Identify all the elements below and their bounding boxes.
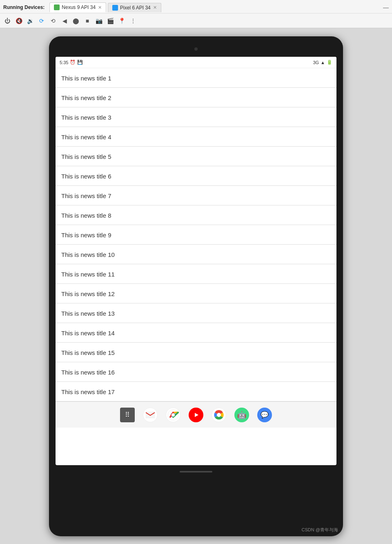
home-icon[interactable]: ⬤ xyxy=(72,17,80,25)
news-list-item[interactable]: This is news title 12 xyxy=(56,284,336,303)
news-list-item[interactable]: This is news title 1 xyxy=(56,68,336,88)
news-list-item[interactable]: This is news title 15 xyxy=(56,343,336,362)
status-icon-alarm: ⏰ xyxy=(70,60,76,65)
news-list-item[interactable]: This is news title 13 xyxy=(56,303,336,323)
news-title: This is news title 15 xyxy=(61,349,331,356)
news-list-item[interactable]: This is news title 11 xyxy=(56,264,336,284)
news-title: This is news title 11 xyxy=(61,271,331,278)
csdn-watermark: CSDN @青年与海 xyxy=(302,527,338,533)
news-list-item[interactable]: This is news title 14 xyxy=(56,323,336,343)
news-title: This is news title 13 xyxy=(61,310,331,317)
rotate-landscape-icon[interactable]: ⟲ xyxy=(49,17,57,25)
news-list-item[interactable]: This is news title 3 xyxy=(56,107,336,127)
home-indicator xyxy=(180,471,212,473)
chat-icon[interactable]: 💬 xyxy=(257,408,272,422)
pixel6-close[interactable]: ✕ xyxy=(153,5,157,10)
news-title: This is news title 10 xyxy=(61,251,331,258)
tablet-frame: 5:35 ⏰ 💾 3G ▲ 🔋 This is news title 1This… xyxy=(49,36,343,536)
nexus9-label: Nexus 9 API 34 xyxy=(62,4,96,10)
status-network: 3G xyxy=(313,60,319,65)
back-icon[interactable]: ◀ xyxy=(60,17,69,25)
news-title: This is news title 4 xyxy=(61,134,331,140)
tablet-top-bar xyxy=(56,43,336,55)
tab-nexus9[interactable]: Nexus 9 API 34 ✕ xyxy=(49,2,106,12)
news-title: This is news title 12 xyxy=(61,290,331,297)
status-time: 5:35 xyxy=(60,60,68,65)
signal-icon: ▲ xyxy=(321,60,325,65)
record-icon[interactable]: 🎬 xyxy=(106,17,114,25)
running-devices-label: Running Devices: xyxy=(3,4,45,10)
android-icon[interactable]: 🤖 xyxy=(234,408,249,422)
tablet-camera xyxy=(194,47,198,51)
pixel6-label: Pixel 6 API 34 xyxy=(120,5,151,11)
tablet-bottom-bar xyxy=(56,467,336,477)
news-list-item[interactable]: This is news title 4 xyxy=(56,127,336,147)
news-title: This is news title 9 xyxy=(61,232,331,239)
window-controls[interactable]: ― xyxy=(383,4,389,11)
news-list-item[interactable]: This is news title 16 xyxy=(56,362,336,382)
battery-icon: 🔋 xyxy=(327,60,332,65)
tablet-wrapper: 5:35 ⏰ 💾 3G ▲ 🔋 This is news title 1This… xyxy=(0,28,392,544)
svg-point-5 xyxy=(217,413,221,417)
studio-tab-bar: Running Devices: Nexus 9 API 34 ✕ Pixel … xyxy=(0,0,392,13)
tab-pixel6[interactable]: Pixel 6 API 34 ✕ xyxy=(108,3,161,12)
news-list-item[interactable]: This is news title 6 xyxy=(56,166,336,186)
nexus9-icon xyxy=(54,4,60,10)
news-title: This is news title 17 xyxy=(61,388,331,395)
news-list-item[interactable]: This is news title 10 xyxy=(56,245,336,264)
chrome-icon[interactable] xyxy=(166,408,180,422)
app-grid-button[interactable]: ⠿ xyxy=(120,408,135,422)
news-title: This is news title 2 xyxy=(61,94,331,101)
news-list: This is news title 1This is news title 2… xyxy=(56,68,336,401)
news-title: This is news title 5 xyxy=(61,153,331,160)
recents-icon[interactable]: ■ xyxy=(83,17,91,25)
news-title: This is news title 14 xyxy=(61,330,331,337)
studio-actions-bar: ⏻ 🔇 🔉 ⟳ ⟲ ◀ ⬤ ■ 📷 🎬 📍 ⋮ xyxy=(0,13,392,28)
status-bar-left: 5:35 ⏰ 💾 xyxy=(60,60,83,65)
studio-toolbar: Running Devices: Nexus 9 API 34 ✕ Pixel … xyxy=(0,0,392,28)
news-title: This is news title 6 xyxy=(61,173,331,180)
news-list-item[interactable]: This is news title 9 xyxy=(56,225,336,245)
svg-point-2 xyxy=(172,413,175,417)
news-title: This is news title 16 xyxy=(61,369,331,376)
status-bar-right: 3G ▲ 🔋 xyxy=(313,60,332,65)
news-list-item[interactable]: This is news title 17 xyxy=(56,382,336,401)
news-list-item[interactable]: This is news title 5 xyxy=(56,147,336,166)
volume-mute-icon[interactable]: 🔇 xyxy=(15,17,23,25)
news-title: This is news title 3 xyxy=(61,114,331,121)
nexus9-close[interactable]: ✕ xyxy=(98,5,102,10)
news-list-item[interactable]: This is news title 2 xyxy=(56,88,336,107)
gmail-icon[interactable] xyxy=(143,408,158,422)
rotate-portrait-icon[interactable]: ⟳ xyxy=(38,17,46,25)
news-title: This is news title 8 xyxy=(61,212,331,219)
location-icon[interactable]: 📍 xyxy=(118,17,126,25)
status-icon-sd: 💾 xyxy=(77,60,83,65)
news-list-item[interactable]: This is news title 7 xyxy=(56,186,336,205)
screenshot-icon[interactable]: 📷 xyxy=(95,17,103,25)
news-list-item[interactable]: This is news title 8 xyxy=(56,205,336,225)
youtube-icon[interactable] xyxy=(189,408,203,422)
bottom-nav: ⠿ xyxy=(56,401,336,428)
volume-down-icon[interactable]: 🔉 xyxy=(26,17,34,25)
news-title: This is news title 1 xyxy=(61,75,331,82)
power-icon[interactable]: ⏻ xyxy=(3,17,11,25)
tablet-screen: 5:35 ⏰ 💾 3G ▲ 🔋 This is news title 1This… xyxy=(56,57,336,465)
pixel6-icon xyxy=(112,5,118,11)
photos-icon[interactable] xyxy=(212,408,226,422)
more-icon[interactable]: ⋮ xyxy=(129,17,137,25)
status-bar: 5:35 ⏰ 💾 3G ▲ 🔋 xyxy=(56,57,336,68)
news-title: This is news title 7 xyxy=(61,192,331,199)
